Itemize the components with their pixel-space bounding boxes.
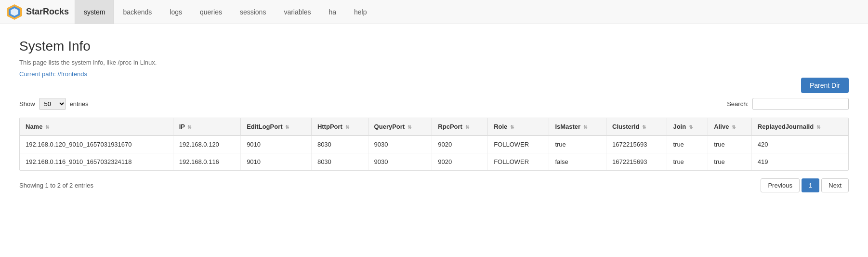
cell-editlogport: 9010 bbox=[241, 153, 312, 171]
nav-item-queries[interactable]: queries bbox=[191, 0, 231, 24]
col-ismaster[interactable]: IsMaster ⇅ bbox=[549, 118, 606, 135]
cell-httpport: 8030 bbox=[311, 153, 368, 171]
col-alive[interactable]: Alive ⇅ bbox=[708, 118, 752, 135]
cell-rpcport: 9020 bbox=[432, 153, 488, 171]
main-content: System Info This page lists the system i… bbox=[0, 24, 868, 207]
cell-httpport: 8030 bbox=[311, 135, 368, 153]
cell-ip: 192.168.0.120 bbox=[173, 135, 240, 153]
previous-button[interactable]: Previous bbox=[761, 178, 800, 192]
navbar: StarRocks system backends logs queries s… bbox=[0, 0, 868, 24]
search-area: Search: bbox=[727, 98, 849, 110]
cell-name: 192.168.0.120_9010_1657031931670 bbox=[20, 135, 173, 153]
col-name[interactable]: Name ⇅ bbox=[20, 118, 173, 135]
page-description: This page lists the system info, like /p… bbox=[19, 59, 849, 66]
col-ip[interactable]: IP ⇅ bbox=[173, 118, 240, 135]
sort-icon-name: ⇅ bbox=[45, 124, 49, 130]
col-replayedjournalid[interactable]: ReplayedJournalId ⇅ bbox=[751, 118, 848, 135]
showing-text: Showing 1 to 2 of 2 entries bbox=[19, 182, 93, 189]
toolbar: Show 10 25 50 100 entries Search: bbox=[19, 98, 849, 110]
starrocks-logo-icon bbox=[6, 3, 23, 21]
cell-join: true bbox=[667, 135, 708, 153]
cell-alive: true bbox=[708, 153, 752, 171]
sort-icon-join: ⇅ bbox=[689, 124, 693, 130]
sort-icon-httpport: ⇅ bbox=[345, 124, 349, 130]
cell-alive: true bbox=[708, 135, 752, 153]
page-title: System Info bbox=[19, 39, 849, 54]
col-role[interactable]: Role ⇅ bbox=[488, 118, 549, 135]
cell-ip: 192.168.0.116 bbox=[173, 153, 240, 171]
cell-editlogport: 9010 bbox=[241, 135, 312, 153]
table-header-row: Name ⇅ IP ⇅ EditLogPort ⇅ HttpPort ⇅ bbox=[20, 118, 848, 135]
cell-clusterid: 1672215693 bbox=[606, 153, 667, 171]
next-button[interactable]: Next bbox=[821, 178, 849, 192]
cell-queryport: 9030 bbox=[368, 135, 432, 153]
entries-label: entries bbox=[70, 100, 89, 108]
current-path-link[interactable]: Current path: //frontends bbox=[19, 70, 87, 78]
cell-queryport: 9030 bbox=[368, 153, 432, 171]
nav-item-help[interactable]: help bbox=[345, 0, 376, 24]
sort-icon-editlogport: ⇅ bbox=[285, 124, 289, 130]
system-info-table: Name ⇅ IP ⇅ EditLogPort ⇅ HttpPort ⇅ bbox=[20, 118, 848, 170]
cell-ismaster: true bbox=[549, 135, 606, 153]
cell-role: FOLLOWER bbox=[488, 153, 549, 171]
page-1-button[interactable]: 1 bbox=[802, 178, 819, 192]
nav-item-sessions[interactable]: sessions bbox=[231, 0, 275, 24]
sort-icon-replayedjournalid: ⇅ bbox=[816, 124, 820, 130]
logo-area: StarRocks bbox=[0, 3, 75, 21]
sort-icon-rpcport: ⇅ bbox=[465, 124, 469, 130]
nav-item-variables[interactable]: variables bbox=[275, 0, 320, 24]
sort-icon-clusterid: ⇅ bbox=[642, 124, 646, 130]
search-label: Search: bbox=[727, 100, 749, 108]
search-input[interactable] bbox=[752, 98, 849, 110]
cell-clusterid: 1672215693 bbox=[606, 135, 667, 153]
sort-icon-alive: ⇅ bbox=[732, 124, 736, 130]
sort-icon-queryport: ⇅ bbox=[408, 124, 411, 130]
nav-item-backends[interactable]: backends bbox=[114, 0, 161, 24]
nav-item-logs[interactable]: logs bbox=[161, 0, 191, 24]
col-httpport[interactable]: HttpPort ⇅ bbox=[311, 118, 368, 135]
sort-icon-role: ⇅ bbox=[510, 124, 514, 130]
sort-icon-ismaster: ⇅ bbox=[583, 124, 587, 130]
nav-items: system backends logs queries sessions va… bbox=[75, 0, 376, 24]
cell-role: FOLLOWER bbox=[488, 135, 549, 153]
cell-name: 192.168.0.116_9010_1657032324118 bbox=[20, 153, 173, 171]
col-rpcport[interactable]: RpcPort ⇅ bbox=[432, 118, 488, 135]
col-editlogport[interactable]: EditLogPort ⇅ bbox=[241, 118, 312, 135]
cell-replayedjournalid: 420 bbox=[751, 135, 848, 153]
sort-icon-ip: ⇅ bbox=[187, 124, 191, 130]
table-wrapper: Name ⇅ IP ⇅ EditLogPort ⇅ HttpPort ⇅ bbox=[19, 118, 849, 171]
nav-item-system[interactable]: system bbox=[75, 0, 114, 24]
pagination-buttons: Previous 1 Next bbox=[761, 178, 849, 192]
cell-ismaster: false bbox=[549, 153, 606, 171]
col-join[interactable]: Join ⇅ bbox=[667, 118, 708, 135]
show-label: Show bbox=[19, 100, 35, 108]
col-queryport[interactable]: QueryPort ⇅ bbox=[368, 118, 432, 135]
col-clusterid[interactable]: ClusterId ⇅ bbox=[606, 118, 667, 135]
table-header: Name ⇅ IP ⇅ EditLogPort ⇅ HttpPort ⇅ bbox=[20, 118, 848, 135]
nav-item-ha[interactable]: ha bbox=[320, 0, 345, 24]
pagination-row: Showing 1 to 2 of 2 entries Previous 1 N… bbox=[19, 178, 849, 192]
table-row: 192.168.0.120_9010_1657031931670192.168.… bbox=[20, 135, 848, 153]
cell-replayedjournalid: 419 bbox=[751, 153, 848, 171]
table-body: 192.168.0.120_9010_1657031931670192.168.… bbox=[20, 135, 848, 170]
logo-text: StarRocks bbox=[26, 7, 69, 17]
entries-per-page-select[interactable]: 10 25 50 100 bbox=[39, 98, 66, 110]
parent-dir-area: Parent Dir bbox=[19, 78, 849, 93]
show-entries-control: Show 10 25 50 100 entries bbox=[19, 98, 89, 110]
cell-join: true bbox=[667, 153, 708, 171]
parent-dir-button[interactable]: Parent Dir bbox=[801, 78, 849, 93]
table-row: 192.168.0.116_9010_1657032324118192.168.… bbox=[20, 153, 848, 171]
cell-rpcport: 9020 bbox=[432, 135, 488, 153]
